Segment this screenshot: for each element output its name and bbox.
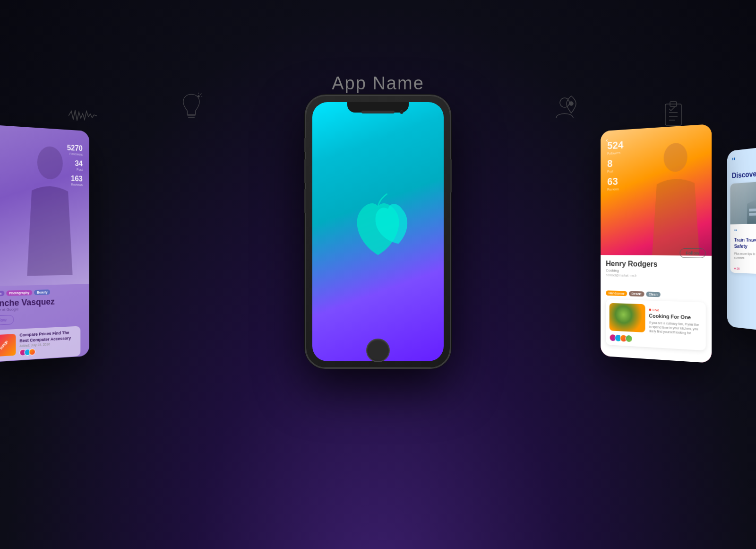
s5-card-image [730,178,756,225]
s5-card-title: Train Travel On Track For Safety [734,236,756,251]
iphone-body [305,95,451,369]
s4-tag-clean: Clean [646,291,660,297]
screen-2-profile: ‹ 5270 Followers 34 Post 163 Reviews [0,124,89,363]
iphone-home-button[interactable] [366,339,390,362]
s5-card-description: Plus more tips to keep your feet from st… [734,251,756,262]
s2-tag-photography: Photography [6,290,32,296]
svg-point-7 [569,102,573,105]
s4-email: contact@market-me.fr [606,273,705,279]
s5-likes: ♥26 [734,267,740,270]
s4-card-title: Cooking For One [649,313,702,321]
iphone-screen [312,102,444,361]
s5-pagination: 1/26 [727,272,756,284]
s4-info: Henry Rodgers Cooking contact@market-me.… [601,255,712,363]
iphone-speaker [361,111,395,113]
s2-photo: ‹ 5270 Followers 34 Post 163 Reviews [0,124,89,287]
app-title: App Name [332,73,424,94]
s4-back-arrow[interactable]: ‹ [606,136,608,144]
apple-logo-shape [345,193,411,270]
s2-tag-beauty: Beauty [34,289,50,295]
svg-point-2 [198,96,199,97]
s4-card: Live Cooking For One If you are a culina… [606,299,705,350]
svg-point-13 [37,146,63,180]
svg-line-5 [200,94,202,95]
s4-person-name: Henry Rodgers [606,260,705,269]
s5-card-content: “ Train Travel On Track For Safety Plus … [730,223,756,266]
screen-5-discover: " ☰ 🔍 Discover [727,141,756,336]
s2-card-image: K-POP [0,334,16,357]
s2-tag-fashion: Fashion [0,291,4,296]
s5-card: “ Train Travel On Track For Safety Plus … [730,178,756,276]
s4-card-image [610,303,645,332]
s2-info: Fashion Photography Beauty Blanche Vasqu… [0,284,89,363]
svg-point-14 [664,142,687,172]
screen-4-profile: 524 Followers 8 Post 63 Reviews ‹ Henry … [601,124,712,363]
iphone-frame [305,95,451,369]
s5-quote: “ [734,227,756,235]
s4-follow-button[interactable]: Follow [679,248,706,258]
s2-follow-button[interactable]: Follow [0,315,14,326]
s4-live-badge: Live [649,308,659,312]
iphone-notch [347,102,409,113]
s4-tag-handsome: Handsome [606,290,627,296]
s4-photo: 524 Followers 8 Post 63 Reviews ‹ [601,124,712,255]
s5-quote-icon: " [732,156,736,166]
s4-stats: 524 Followers 8 Post 63 Reviews [607,139,623,194]
s4-tag-desert: Desert [629,291,644,296]
iphone-camera [400,110,404,114]
s2-card: K-POP Compare Prices Find The Best Compu… [0,326,80,362]
s4-card-description: If you are a culinary fan, if you like t… [649,320,702,336]
s2-stats: 5270 Followers 34 Post 163 Reviews [67,144,83,190]
